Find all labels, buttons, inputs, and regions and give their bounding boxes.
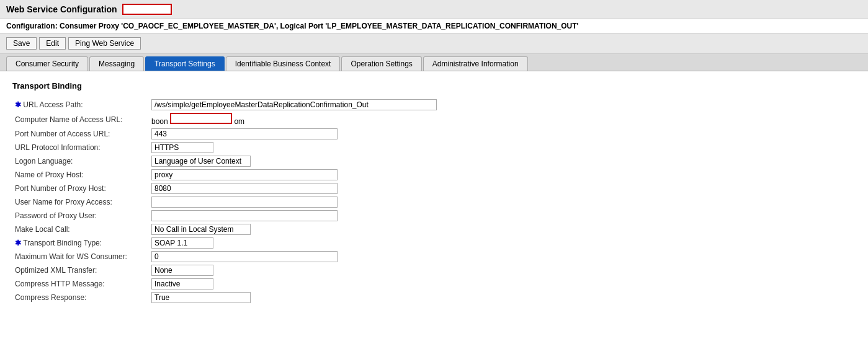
page-wrapper: Web Service Configuration Configuration:… [0, 0, 868, 349]
port-number-input[interactable] [151, 128, 338, 139]
url-protocol-row: URL Protocol Information: [12, 141, 856, 154]
user-name-proxy-row: User Name for Proxy Access: [12, 195, 856, 209]
tabs: Consumer Security Messaging Transport Se… [0, 54, 868, 71]
logon-language-row: Logon Language: [12, 154, 856, 168]
max-wait-row: Maximum Wait for WS Consumer: [12, 250, 856, 263]
top-header: Web Service Configuration [0, 0, 868, 19]
proxy-port-label: Port Number of Proxy Host: [12, 182, 149, 195]
tab-identifiable-business-context[interactable]: Identifiable Business Context [226, 56, 341, 71]
tab-operation-settings[interactable]: Operation Settings [341, 56, 421, 71]
make-local-call-label: Make Local Call: [12, 223, 149, 236]
proxy-host-input[interactable] [151, 169, 338, 180]
max-wait-label: Maximum Wait for WS Consumer: [12, 250, 149, 263]
transport-binding-type-row: ✱ Transport Binding Type: [12, 236, 856, 250]
required-star: ✱ [15, 100, 23, 109]
computer-name-prefix: boon [151, 117, 168, 126]
port-number-label: Port Number of Access URL: [12, 127, 149, 141]
tab-transport-settings[interactable]: Transport Settings [145, 56, 225, 71]
compress-http-label: Compress HTTP Message: [12, 277, 149, 291]
computer-name-label: Computer Name of Access URL: [12, 112, 149, 127]
save-button[interactable]: Save [6, 37, 37, 50]
proxy-port-input[interactable] [151, 183, 338, 194]
computer-name-suffix: om [234, 117, 244, 126]
computer-name-row: Computer Name of Access URL: boon om [12, 112, 856, 127]
password-row: Password of Proxy User: [12, 209, 856, 223]
section-title: Transport Binding [12, 81, 856, 91]
max-wait-input[interactable] [151, 251, 338, 262]
config-text: Configuration: Consumer Proxy 'CO_PAOCF_… [6, 22, 578, 30]
port-number-row: Port Number of Access URL: [12, 127, 856, 141]
tab-messaging[interactable]: Messaging [89, 56, 144, 71]
tab-administrative-information[interactable]: Administrative Information [423, 56, 528, 71]
transport-binding-type-label: ✱ Transport Binding Type: [12, 236, 149, 250]
logon-language-label: Logon Language: [12, 154, 149, 168]
url-protocol-label: URL Protocol Information: [12, 141, 149, 154]
edit-button[interactable]: Edit [39, 37, 66, 50]
content-area: Transport Binding ✱ URL Access Path: Com… [0, 71, 868, 314]
compress-response-label: Compress Response: [12, 291, 149, 304]
form-table: ✱ URL Access Path: Computer Name of Acce… [12, 98, 856, 304]
compress-response-input[interactable] [151, 292, 251, 303]
user-name-proxy-input[interactable] [151, 197, 338, 208]
page-title: Web Service Configuration [6, 4, 117, 14]
url-access-path-input[interactable] [151, 99, 437, 110]
logon-language-input[interactable] [151, 156, 251, 167]
url-protocol-input[interactable] [151, 142, 213, 153]
tab-consumer-security[interactable]: Consumer Security [6, 56, 88, 71]
make-local-call-input[interactable] [151, 224, 251, 235]
compress-http-input[interactable] [151, 278, 213, 289]
make-local-call-row: Make Local Call: [12, 223, 856, 236]
proxy-host-label: Name of Proxy Host: [12, 168, 149, 182]
compress-response-row: Compress Response: [12, 291, 856, 304]
optimized-xml-label: Optimized XML Transfer: [12, 263, 149, 277]
required-star-2: ✱ [15, 239, 23, 247]
url-access-path-label: ✱ URL Access Path: [12, 98, 149, 112]
transport-binding-type-input[interactable] [151, 237, 213, 249]
proxy-port-row: Port Number of Proxy Host: [12, 182, 856, 195]
optimized-xml-row: Optimized XML Transfer: [12, 263, 856, 277]
ping-button[interactable]: Ping Web Service [68, 37, 141, 50]
optimized-xml-input[interactable] [151, 265, 213, 276]
url-access-path-row: ✱ URL Access Path: [12, 98, 856, 112]
password-label: Password of Proxy User: [12, 209, 149, 223]
title-input-box[interactable] [122, 4, 172, 15]
toolbar: Save Edit Ping Web Service [0, 33, 868, 54]
compress-http-row: Compress HTTP Message: [12, 277, 856, 291]
computer-name-redbox-input[interactable] [170, 113, 232, 124]
proxy-host-row: Name of Proxy Host: [12, 168, 856, 182]
user-name-proxy-label: User Name for Proxy Access: [12, 195, 149, 209]
config-bar: Configuration: Consumer Proxy 'CO_PAOCF_… [0, 19, 868, 33]
password-input[interactable] [151, 210, 338, 221]
